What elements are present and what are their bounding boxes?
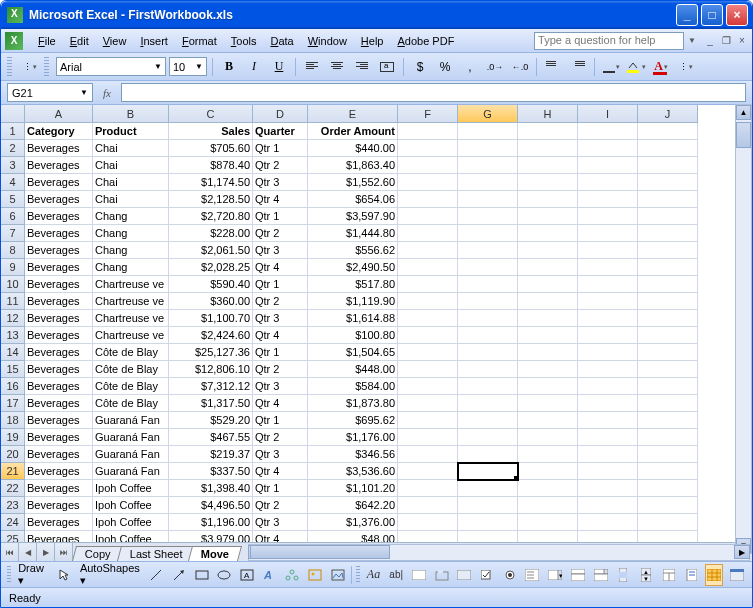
col-header-H[interactable]: H: [518, 105, 578, 123]
cell-J8[interactable]: [638, 242, 698, 259]
checkbox-control-button[interactable]: [478, 564, 497, 586]
cell-E16[interactable]: $584.00: [308, 378, 398, 395]
cell-H8[interactable]: [518, 242, 578, 259]
cell-A22[interactable]: Beverages: [25, 480, 93, 497]
cell-J9[interactable]: [638, 259, 698, 276]
row-header-14[interactable]: 14: [1, 344, 25, 361]
code-control-button[interactable]: [682, 564, 701, 586]
cell-C18[interactable]: $529.20: [169, 412, 253, 429]
label-control-button[interactable]: ab|: [387, 564, 406, 586]
rectangle-tool-button[interactable]: [192, 564, 211, 586]
cell-C23[interactable]: $4,496.50: [169, 497, 253, 514]
cell-H7[interactable]: [518, 225, 578, 242]
cell-G17[interactable]: [458, 395, 518, 412]
row-header-7[interactable]: 7: [1, 225, 25, 242]
cell-A3[interactable]: Beverages: [25, 157, 93, 174]
cell-F15[interactable]: [398, 361, 458, 378]
cell-H12[interactable]: [518, 310, 578, 327]
scroll-right-button[interactable]: ▶: [734, 545, 750, 559]
cell-G4[interactable]: [458, 174, 518, 191]
cell-G20[interactable]: [458, 446, 518, 463]
borders-button[interactable]: [600, 56, 622, 78]
cell-I1[interactable]: [578, 123, 638, 140]
cell-A7[interactable]: Beverages: [25, 225, 93, 242]
menu-window[interactable]: Window: [301, 33, 354, 49]
scrollbar-control-button[interactable]: [614, 564, 633, 586]
cell-C1[interactable]: Sales: [169, 123, 253, 140]
cell-C19[interactable]: $467.55: [169, 429, 253, 446]
cell-A4[interactable]: Beverages: [25, 174, 93, 191]
row-header-3[interactable]: 3: [1, 157, 25, 174]
row-header-24[interactable]: 24: [1, 514, 25, 531]
col-header-A[interactable]: A: [25, 105, 93, 123]
cell-G5[interactable]: [458, 191, 518, 208]
cell-D22[interactable]: Qtr 1: [253, 480, 308, 497]
cell-C15[interactable]: $12,806.10: [169, 361, 253, 378]
cell-D17[interactable]: Qtr 4: [253, 395, 308, 412]
menu-file[interactable]: File: [31, 33, 63, 49]
drawbar-grip-2[interactable]: [356, 566, 360, 584]
cell-D11[interactable]: Qtr 2: [253, 293, 308, 310]
cell-H25[interactable]: [518, 531, 578, 542]
row-header-19[interactable]: 19: [1, 429, 25, 446]
cell-I2[interactable]: [578, 140, 638, 157]
cell-D10[interactable]: Qtr 1: [253, 276, 308, 293]
cell-E2[interactable]: $440.00: [308, 140, 398, 157]
cell-A9[interactable]: Beverages: [25, 259, 93, 276]
cell-I19[interactable]: [578, 429, 638, 446]
cell-H6[interactable]: [518, 208, 578, 225]
font-name-selector[interactable]: Arial▼: [56, 57, 166, 76]
cell-A21[interactable]: Beverages: [25, 463, 93, 480]
cell-I22[interactable]: [578, 480, 638, 497]
cell-C6[interactable]: $2,720.80: [169, 208, 253, 225]
grid-body[interactable]: 1CategoryProductSalesQuarterOrder Amount…: [1, 123, 752, 542]
menu-adobe-pdf[interactable]: Adobe PDF: [390, 33, 461, 49]
row-header-9[interactable]: 9: [1, 259, 25, 276]
toolbar-overflow-button[interactable]: ⋮: [675, 56, 697, 78]
cell-J14[interactable]: [638, 344, 698, 361]
cell-G16[interactable]: [458, 378, 518, 395]
cell-C17[interactable]: $1,317.50: [169, 395, 253, 412]
cell-B21[interactable]: Guaraná Fan: [93, 463, 169, 480]
menu-help[interactable]: Help: [354, 33, 391, 49]
row-header-17[interactable]: 17: [1, 395, 25, 412]
cell-I21[interactable]: [578, 463, 638, 480]
cell-H9[interactable]: [518, 259, 578, 276]
spinner-control-button[interactable]: ▲▼: [637, 564, 656, 586]
cell-B11[interactable]: Chartreuse ve: [93, 293, 169, 310]
cell-D5[interactable]: Qtr 4: [253, 191, 308, 208]
cell-D15[interactable]: Qtr 2: [253, 361, 308, 378]
cell-A23[interactable]: Beverages: [25, 497, 93, 514]
cell-G2[interactable]: [458, 140, 518, 157]
row-header-23[interactable]: 23: [1, 497, 25, 514]
tab-next-button[interactable]: ▶: [37, 543, 55, 561]
cell-F24[interactable]: [398, 514, 458, 531]
cell-D16[interactable]: Qtr 3: [253, 378, 308, 395]
cell-E4[interactable]: $1,552.60: [308, 174, 398, 191]
decrease-indent-button[interactable]: [542, 56, 564, 78]
cell-I13[interactable]: [578, 327, 638, 344]
cell-J21[interactable]: [638, 463, 698, 480]
line-tool-button[interactable]: [147, 564, 166, 586]
cell-G22[interactable]: [458, 480, 518, 497]
cell-I20[interactable]: [578, 446, 638, 463]
cell-J11[interactable]: [638, 293, 698, 310]
col-header-E[interactable]: E: [308, 105, 398, 123]
cell-H5[interactable]: [518, 191, 578, 208]
cell-H18[interactable]: [518, 412, 578, 429]
cell-D24[interactable]: Qtr 3: [253, 514, 308, 531]
cell-C3[interactable]: $878.40: [169, 157, 253, 174]
cell-I8[interactable]: [578, 242, 638, 259]
menu-data[interactable]: Data: [263, 33, 300, 49]
cell-H17[interactable]: [518, 395, 578, 412]
col-header-B[interactable]: B: [93, 105, 169, 123]
tab-last-button[interactable]: ⏭: [55, 543, 73, 561]
cell-D14[interactable]: Qtr 1: [253, 344, 308, 361]
cell-J15[interactable]: [638, 361, 698, 378]
cell-H23[interactable]: [518, 497, 578, 514]
cell-D9[interactable]: Qtr 4: [253, 259, 308, 276]
cell-G24[interactable]: [458, 514, 518, 531]
cell-I7[interactable]: [578, 225, 638, 242]
cell-B18[interactable]: Guaraná Fan: [93, 412, 169, 429]
cell-C2[interactable]: $705.60: [169, 140, 253, 157]
